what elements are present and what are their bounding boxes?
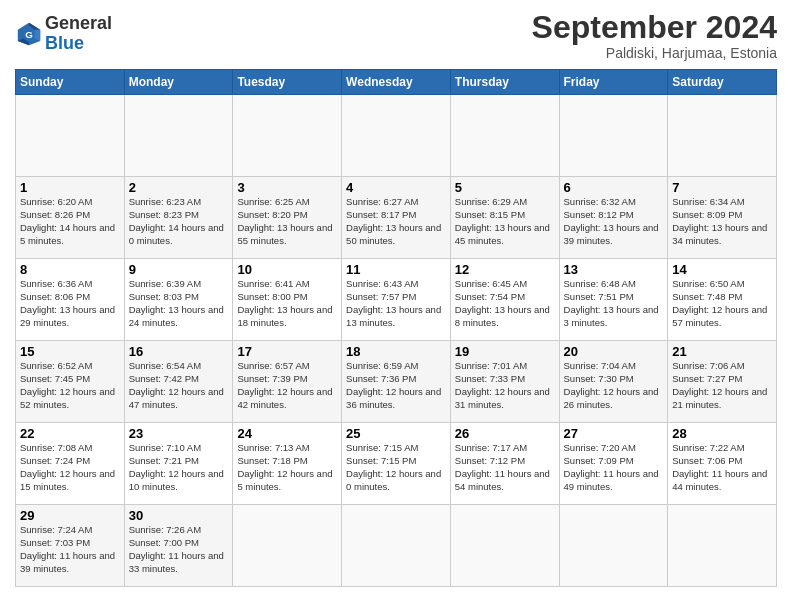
day-number: 1: [20, 180, 120, 195]
calendar-week-row: 22Sunrise: 7:08 AM Sunset: 7:24 PM Dayli…: [16, 423, 777, 505]
calendar-day-cell: [342, 505, 451, 587]
calendar-day-cell: 5Sunrise: 6:29 AM Sunset: 8:15 PM Daylig…: [450, 177, 559, 259]
day-number: 14: [672, 262, 772, 277]
day-info: Sunrise: 7:04 AM Sunset: 7:30 PM Dayligh…: [564, 360, 664, 411]
day-number: 12: [455, 262, 555, 277]
page-header: G General Blue September 2024 Paldiski, …: [15, 10, 777, 61]
day-info: Sunrise: 7:01 AM Sunset: 7:33 PM Dayligh…: [455, 360, 555, 411]
calendar-day-cell: [16, 95, 125, 177]
calendar-day-cell: [559, 95, 668, 177]
day-number: 2: [129, 180, 229, 195]
calendar-day-cell: [233, 95, 342, 177]
day-info: Sunrise: 6:29 AM Sunset: 8:15 PM Dayligh…: [455, 196, 555, 247]
calendar-day-cell: 30Sunrise: 7:26 AM Sunset: 7:00 PM Dayli…: [124, 505, 233, 587]
calendar-day-cell: 12Sunrise: 6:45 AM Sunset: 7:54 PM Dayli…: [450, 259, 559, 341]
calendar-day-cell: 7Sunrise: 6:34 AM Sunset: 8:09 PM Daylig…: [668, 177, 777, 259]
header-sunday: Sunday: [16, 70, 125, 95]
calendar-day-cell: [668, 95, 777, 177]
calendar-header: Sunday Monday Tuesday Wednesday Thursday…: [16, 70, 777, 95]
day-number: 5: [455, 180, 555, 195]
day-info: Sunrise: 7:26 AM Sunset: 7:00 PM Dayligh…: [129, 524, 229, 575]
day-number: 8: [20, 262, 120, 277]
day-info: Sunrise: 6:52 AM Sunset: 7:45 PM Dayligh…: [20, 360, 120, 411]
day-info: Sunrise: 6:45 AM Sunset: 7:54 PM Dayligh…: [455, 278, 555, 329]
logo-blue: Blue: [45, 33, 84, 53]
calendar-day-cell: 29Sunrise: 7:24 AM Sunset: 7:03 PM Dayli…: [16, 505, 125, 587]
day-number: 15: [20, 344, 120, 359]
calendar-day-cell: [342, 95, 451, 177]
calendar-day-cell: 9Sunrise: 6:39 AM Sunset: 8:03 PM Daylig…: [124, 259, 233, 341]
calendar-day-cell: [450, 505, 559, 587]
day-number: 21: [672, 344, 772, 359]
day-number: 20: [564, 344, 664, 359]
calendar-day-cell: 13Sunrise: 6:48 AM Sunset: 7:51 PM Dayli…: [559, 259, 668, 341]
day-number: 17: [237, 344, 337, 359]
calendar-day-cell: 6Sunrise: 6:32 AM Sunset: 8:12 PM Daylig…: [559, 177, 668, 259]
month-title: September 2024: [532, 10, 777, 45]
day-info: Sunrise: 6:57 AM Sunset: 7:39 PM Dayligh…: [237, 360, 337, 411]
location-subtitle: Paldiski, Harjumaa, Estonia: [532, 45, 777, 61]
calendar-day-cell: 18Sunrise: 6:59 AM Sunset: 7:36 PM Dayli…: [342, 341, 451, 423]
calendar-day-cell: 20Sunrise: 7:04 AM Sunset: 7:30 PM Dayli…: [559, 341, 668, 423]
day-info: Sunrise: 6:41 AM Sunset: 8:00 PM Dayligh…: [237, 278, 337, 329]
calendar-day-cell: 23Sunrise: 7:10 AM Sunset: 7:21 PM Dayli…: [124, 423, 233, 505]
weekday-header-row: Sunday Monday Tuesday Wednesday Thursday…: [16, 70, 777, 95]
day-number: 22: [20, 426, 120, 441]
day-number: 7: [672, 180, 772, 195]
day-info: Sunrise: 7:15 AM Sunset: 7:15 PM Dayligh…: [346, 442, 446, 493]
day-number: 11: [346, 262, 446, 277]
calendar-day-cell: 10Sunrise: 6:41 AM Sunset: 8:00 PM Dayli…: [233, 259, 342, 341]
day-info: Sunrise: 6:23 AM Sunset: 8:23 PM Dayligh…: [129, 196, 229, 247]
calendar-day-cell: [559, 505, 668, 587]
calendar-day-cell: [124, 95, 233, 177]
header-monday: Monday: [124, 70, 233, 95]
day-number: 4: [346, 180, 446, 195]
day-info: Sunrise: 6:36 AM Sunset: 8:06 PM Dayligh…: [20, 278, 120, 329]
day-number: 9: [129, 262, 229, 277]
svg-text:G: G: [25, 29, 33, 40]
calendar-day-cell: 8Sunrise: 6:36 AM Sunset: 8:06 PM Daylig…: [16, 259, 125, 341]
day-info: Sunrise: 7:06 AM Sunset: 7:27 PM Dayligh…: [672, 360, 772, 411]
logo-general: General: [45, 13, 112, 33]
day-number: 10: [237, 262, 337, 277]
day-info: Sunrise: 6:39 AM Sunset: 8:03 PM Dayligh…: [129, 278, 229, 329]
day-info: Sunrise: 6:43 AM Sunset: 7:57 PM Dayligh…: [346, 278, 446, 329]
logo: G General Blue: [15, 14, 112, 54]
title-block: September 2024 Paldiski, Harjumaa, Eston…: [532, 10, 777, 61]
calendar-day-cell: 22Sunrise: 7:08 AM Sunset: 7:24 PM Dayli…: [16, 423, 125, 505]
day-info: Sunrise: 7:13 AM Sunset: 7:18 PM Dayligh…: [237, 442, 337, 493]
day-number: 27: [564, 426, 664, 441]
calendar-day-cell: 17Sunrise: 6:57 AM Sunset: 7:39 PM Dayli…: [233, 341, 342, 423]
calendar-week-row: 8Sunrise: 6:36 AM Sunset: 8:06 PM Daylig…: [16, 259, 777, 341]
header-wednesday: Wednesday: [342, 70, 451, 95]
calendar-week-row: 29Sunrise: 7:24 AM Sunset: 7:03 PM Dayli…: [16, 505, 777, 587]
calendar-body: 1Sunrise: 6:20 AM Sunset: 8:26 PM Daylig…: [16, 95, 777, 587]
day-number: 26: [455, 426, 555, 441]
day-info: Sunrise: 7:17 AM Sunset: 7:12 PM Dayligh…: [455, 442, 555, 493]
header-thursday: Thursday: [450, 70, 559, 95]
calendar-week-row: [16, 95, 777, 177]
calendar-day-cell: 14Sunrise: 6:50 AM Sunset: 7:48 PM Dayli…: [668, 259, 777, 341]
day-number: 30: [129, 508, 229, 523]
calendar-day-cell: 24Sunrise: 7:13 AM Sunset: 7:18 PM Dayli…: [233, 423, 342, 505]
calendar-day-cell: 19Sunrise: 7:01 AM Sunset: 7:33 PM Dayli…: [450, 341, 559, 423]
day-info: Sunrise: 7:20 AM Sunset: 7:09 PM Dayligh…: [564, 442, 664, 493]
day-info: Sunrise: 6:50 AM Sunset: 7:48 PM Dayligh…: [672, 278, 772, 329]
calendar-day-cell: 25Sunrise: 7:15 AM Sunset: 7:15 PM Dayli…: [342, 423, 451, 505]
calendar-day-cell: 15Sunrise: 6:52 AM Sunset: 7:45 PM Dayli…: [16, 341, 125, 423]
calendar-day-cell: 21Sunrise: 7:06 AM Sunset: 7:27 PM Dayli…: [668, 341, 777, 423]
day-info: Sunrise: 6:20 AM Sunset: 8:26 PM Dayligh…: [20, 196, 120, 247]
calendar-day-cell: 1Sunrise: 6:20 AM Sunset: 8:26 PM Daylig…: [16, 177, 125, 259]
day-number: 13: [564, 262, 664, 277]
day-info: Sunrise: 6:32 AM Sunset: 8:12 PM Dayligh…: [564, 196, 664, 247]
day-number: 3: [237, 180, 337, 195]
day-number: 16: [129, 344, 229, 359]
day-number: 18: [346, 344, 446, 359]
calendar-day-cell: 28Sunrise: 7:22 AM Sunset: 7:06 PM Dayli…: [668, 423, 777, 505]
day-info: Sunrise: 7:08 AM Sunset: 7:24 PM Dayligh…: [20, 442, 120, 493]
calendar-day-cell: 26Sunrise: 7:17 AM Sunset: 7:12 PM Dayli…: [450, 423, 559, 505]
calendar-day-cell: 27Sunrise: 7:20 AM Sunset: 7:09 PM Dayli…: [559, 423, 668, 505]
day-number: 23: [129, 426, 229, 441]
day-number: 19: [455, 344, 555, 359]
calendar-day-cell: [450, 95, 559, 177]
